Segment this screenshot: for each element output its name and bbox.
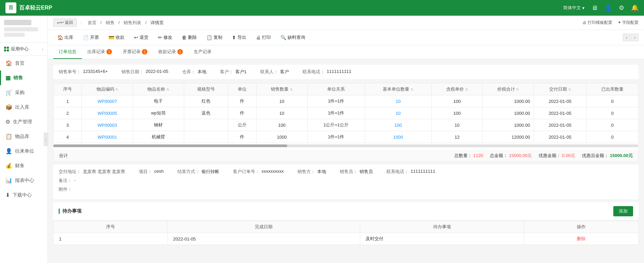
print-button[interactable]: 🖨 打印 (252, 33, 275, 42)
breadcrumb-path: 首页 / 销售 / 销售列表 / 详情页 (86, 20, 165, 26)
contact-label: 联系人： (260, 69, 278, 75)
edit-button[interactable]: ✏ 修改 (154, 33, 176, 42)
sales-no-value: 1233145+6+ (83, 69, 108, 75)
todo-section: 待办事项 添加 序号 完成日期 待办事项 操作 1 2 (53, 202, 639, 245)
cell-item-code: WP00001 (82, 131, 133, 143)
cell-item-code: WP00005 (82, 107, 133, 119)
gear-icon[interactable]: ⚙ (619, 4, 624, 12)
col-unit-rel: 单位关系 (307, 83, 365, 95)
user-avatar-placeholder (4, 20, 31, 25)
tab-label: 订单信息 (59, 49, 76, 55)
tab-production-record[interactable]: 生产记录 (188, 45, 217, 59)
horizontal-scrollbar[interactable] (53, 144, 639, 147)
back-button[interactable]: ↩ ↩ 返回 (53, 18, 77, 27)
tab-payment-record[interactable]: 收款记录 1 (153, 45, 188, 59)
cell-item-name: 钢材 (133, 119, 184, 131)
delete-button[interactable]: 🗑 删除 (178, 33, 201, 42)
sidebar-item-label: 生产管理 (13, 119, 32, 125)
sidebar-item-sales[interactable]: ▦ 销售 (0, 71, 47, 85)
attachment-item: 附件： (59, 186, 72, 192)
sidebar-item-home[interactable]: 🏠 首页 (0, 56, 47, 71)
sidebar-item-downloads[interactable]: ⬇ 下载中心 (0, 188, 47, 202)
data-table-wrap: 序号 物品编码 ⇅ 物品名称 ⇅ 规格型号 单位 销售数量 ⇅ 单位关系 基本单… (53, 83, 639, 162)
breadcrumb-sales[interactable]: 销售 (106, 20, 115, 25)
sidebar-item-reports[interactable]: 📊 报表中心 (0, 173, 47, 188)
sidebar-collapse-button[interactable]: ‹ (44, 133, 48, 146)
outbound-label: 出库 (64, 34, 73, 41)
outbound-button[interactable]: 🏠 出库 (53, 33, 77, 42)
col-item-code: 物品编码 ⇅ (82, 83, 133, 95)
attachment-label: 附件： (59, 186, 72, 192)
total-amount-label: 总金额： (490, 153, 508, 158)
scroll-right-button[interactable]: › (631, 34, 639, 41)
app-logo: 百 百卓轻云ERP (5, 2, 52, 13)
seller-value: 本地 (317, 169, 326, 175)
tab-label: 收款记录 (158, 49, 176, 55)
field-config[interactable]: ✦ 字段配置 (618, 20, 639, 26)
finance-icon: 💰 (5, 163, 12, 169)
sidebar-item-app-center[interactable]: 应用中心 › (0, 43, 47, 56)
cell-qty: 10 (256, 107, 307, 119)
tab-invoice-record[interactable]: 开票记录 1 (117, 45, 153, 59)
add-todo-button[interactable]: 添加 (613, 206, 633, 216)
settlement-label: 结算方式： (177, 169, 200, 175)
copy-button[interactable]: 📋 复制 (202, 33, 226, 42)
cell-tax-total: 1000.00 (483, 119, 534, 131)
user-avatar-icon[interactable]: 👤 (604, 4, 612, 12)
discount-label: 优惠金额： (539, 153, 561, 158)
sidebar-item-warehouse[interactable]: 📦 出入库 (0, 100, 47, 114)
shortage-button[interactable]: 🔍 缺料查询 (276, 33, 309, 42)
cell-base-qty: 100 (365, 119, 431, 131)
bell-icon[interactable]: 🔔 (631, 4, 639, 12)
tab-order-info[interactable]: 订单信息 (53, 45, 82, 59)
cell-item-code: WP00007 (82, 95, 133, 107)
cell-tax-total: 1000.00 (483, 107, 534, 119)
total-amount-stat: 总金额： 15000.00元 (490, 153, 532, 159)
delivery-address-label: 交付地址： (59, 169, 81, 175)
export-button[interactable]: ⬆ 导出 (228, 33, 250, 42)
language-switcher[interactable]: 简体中文 ▾ (563, 5, 585, 11)
scroll-left-button[interactable]: ‹ (623, 34, 630, 41)
remark-label: 备注： (59, 177, 72, 184)
table-body: 1 WP00007 电子 红色 件 10 1件=1件 10 100 1000.0… (54, 95, 639, 143)
return-button[interactable]: ↩ 退货 (130, 33, 152, 42)
sidebar: 应用中心 › 🏠 首页 ▦ 销售 🛒 采购 📦 出入库 ⚙ 生产管理 (0, 16, 48, 263)
todo-row: 1 2022-01-05 及时交付 删除 (54, 233, 639, 245)
payment-badge: 1 (177, 49, 183, 55)
sidebar-item-partners[interactable]: 👤 往来单位 (0, 144, 47, 158)
cell-delivery-date: 2022-01-05 (533, 107, 586, 119)
todo-cell-content: 及时交付 (360, 233, 524, 245)
copy-icon: 📋 (206, 35, 212, 40)
sidebar-item-purchase[interactable]: 🛒 采购 (0, 85, 47, 100)
sidebar-item-production[interactable]: ⚙ 生产管理 (0, 114, 47, 129)
tab-outbound-record[interactable]: 出库记录 1 (82, 45, 117, 59)
todo-title: 待办事项 (59, 208, 82, 214)
cell-out-qty: 0 (586, 119, 638, 131)
return-label: 退货 (140, 34, 148, 41)
cell-seq: 1 (54, 95, 82, 107)
print-icon: 🖨 (256, 35, 261, 40)
sidebar-item-inventory[interactable]: 📋 物品库 (0, 129, 47, 144)
todo-delete-button[interactable]: 删除 (524, 233, 639, 245)
delivery-address-item: 交付地址： 北京市 北京市 北京市 (59, 169, 125, 175)
breadcrumb-home[interactable]: 首页 (88, 20, 97, 25)
delivery-address-value: 北京市 北京市 北京市 (83, 169, 125, 175)
sales-icon: ▦ (5, 75, 11, 81)
return-icon: ↩ (134, 35, 138, 40)
sidebar-item-finance[interactable]: 💰 财务 (0, 158, 47, 173)
phone-item: 联系电话： 1111111111 (303, 69, 351, 75)
payment-button[interactable]: 💳 收款 (104, 33, 129, 42)
sidebar-item-label: 采购 (15, 90, 25, 96)
sidebar-item-label: 下载中心 (13, 192, 32, 198)
todo-header-row: 序号 完成日期 待办事项 操作 (54, 221, 639, 233)
print-template-config[interactable]: 🖨 打印模板配置 (582, 20, 612, 26)
downloads-icon: ⬇ (5, 192, 10, 198)
breadcrumb-list[interactable]: 销售列表 (123, 20, 141, 25)
user-info-placeholder (4, 27, 38, 31)
breadcrumb-sep2: / (118, 20, 121, 25)
invoice-button[interactable]: 📄 开票 (79, 33, 103, 42)
monitor-icon[interactable]: 🖥 (591, 4, 598, 12)
breadcrumb-left: ↩ ↩ 返回 | 首页 / 销售 / 销售列表 / 详情页 (53, 18, 165, 27)
shortage-icon: 🔍 (280, 35, 286, 40)
customer-order-label: 客户订单号： (233, 169, 260, 175)
